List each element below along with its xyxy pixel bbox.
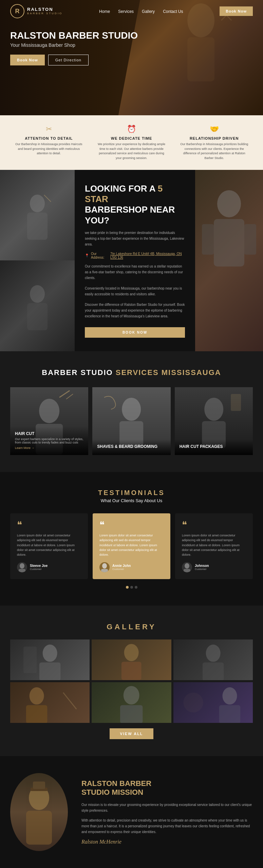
svg-point-5: [30, 285, 45, 303]
nav-gallery[interactable]: Gallery: [142, 9, 155, 14]
haircut-title: Hair Cut: [15, 431, 83, 436]
svg-rect-30: [121, 662, 142, 680]
about-content: LOOKING FOR A 5 STAR BARBERSHOP NEAR YOU…: [75, 170, 195, 351]
services-title: BARBER STUDIO SERVICES MISSISSAUGA: [10, 368, 253, 377]
nav-book-button[interactable]: Book Now: [220, 6, 253, 16]
svg-rect-9: [202, 224, 214, 255]
svg-rect-6: [27, 303, 48, 330]
nav-home[interactable]: Home: [99, 9, 110, 14]
testimonial-author-3: Johnson Customer: [182, 562, 246, 572]
author-info-1: Steeve Joe Customer: [30, 564, 48, 571]
author-role-3: Customer: [195, 568, 209, 571]
testimonials-sub: What Our Clients Say About Us: [10, 498, 253, 503]
svg-point-29: [124, 644, 139, 661]
author-name-1: Steeve Joe: [30, 564, 48, 568]
feature-attention: ✂ Attention to Detail Our Barbershop in …: [10, 125, 88, 160]
dot-3[interactable]: [135, 586, 137, 589]
gallery-item-6[interactable]: [173, 682, 253, 723]
service-card-shaves[interactable]: Shaves & Beard Grooming: [92, 387, 170, 455]
svg-point-20: [20, 563, 24, 569]
logo: R RALSTON BARBER STUDIO: [10, 4, 62, 18]
author-info-3: Johnson Customer: [195, 564, 209, 571]
author-role-2: Customer: [112, 568, 131, 571]
author-avatar-2: [99, 562, 110, 572]
testimonials-section: TESTIMONIALS What Our Clients Say About …: [0, 472, 263, 606]
about-para2: Conveniently located in Mississauga, our…: [85, 285, 185, 297]
author-name-2: Annie John: [112, 564, 131, 568]
author-role-1: Customer: [30, 568, 48, 571]
svg-line-4: [44, 195, 51, 202]
about-left-images: [0, 170, 75, 351]
svg-point-39: [183, 692, 203, 712]
about-right-image: [195, 170, 263, 351]
nav-services[interactable]: Services: [118, 9, 134, 14]
about-para1: Our commitment to excellence has earned …: [85, 263, 185, 281]
testimonial-author-1: Steeve Joe Customer: [17, 562, 81, 572]
gallery-view-all-button[interactable]: VIEW ALL: [110, 728, 153, 739]
gallery-item-2[interactable]: [92, 639, 171, 680]
hero-book-button[interactable]: Book Now: [10, 55, 45, 65]
quote-icon-1: ❝: [17, 520, 81, 530]
svg-rect-38: [219, 705, 240, 723]
svg-point-26: [43, 645, 57, 662]
mission-title-studio: STUDIO MISSION: [81, 788, 143, 796]
svg-point-11: [39, 399, 59, 423]
testimonial-card-1: ❝ Lorem ipsum dolor sit amet consectetur…: [10, 513, 88, 579]
hero-content: RALSTON BARBER STUDIO Your Mississauga B…: [10, 31, 138, 65]
dot-1[interactable]: [126, 586, 129, 589]
svg-rect-10: [244, 224, 256, 255]
svg-point-2: [30, 195, 45, 212]
hero-direction-button[interactable]: Get Direction: [48, 55, 89, 65]
about-para3: Discover the difference of Ralston Barbe…: [85, 302, 185, 319]
svg-rect-25: [184, 569, 190, 572]
service-card-haircut[interactable]: Hair Cut Our expert barbers specialize i…: [10, 387, 88, 455]
dot-2[interactable]: [130, 586, 133, 589]
about-book-button[interactable]: BOOK NOW: [85, 327, 185, 338]
gallery-item-1[interactable]: [10, 639, 90, 680]
svg-point-31: [206, 645, 220, 662]
about-address-link[interactable]: 7tn Lakeshore Rd E Unit# 4B, Mississauga…: [110, 252, 185, 259]
packages-title: Hair Cut Packages: [180, 444, 248, 449]
shaves-title: Shaves & Beard Grooming: [97, 444, 166, 449]
svg-rect-28: [23, 647, 37, 673]
testimonials-header: TESTIMONIALS What Our Clients Say About …: [10, 489, 253, 503]
location-icon: 📍: [85, 254, 89, 257]
svg-rect-43: [33, 782, 45, 789]
service-card-packages[interactable]: Hair Cut Packages: [175, 387, 253, 455]
testimonial-pagination: [10, 586, 253, 589]
about-address-label: Our Address:: [91, 252, 108, 259]
svg-line-14: [66, 394, 73, 399]
mission-para2: With attention to detail, precision and …: [81, 817, 253, 835]
mission-para1: Our mission is to elevate your grooming …: [81, 802, 253, 813]
about-section: LOOKING FOR A 5 STAR BARBERSHOP NEAR YOU…: [0, 170, 263, 351]
testimonial-text-3: Lorem ipsum dolor sit amet consectetur a…: [182, 533, 246, 557]
svg-line-13: [59, 391, 70, 397]
mission-image-wrap: [10, 773, 71, 851]
svg-rect-3: [27, 213, 48, 240]
haircut-desc: Our expert barbers specialize in a varie…: [15, 437, 83, 444]
gallery-item-3[interactable]: [173, 639, 253, 680]
barber-image-bottom: [0, 260, 75, 351]
logo-icon: R: [10, 4, 24, 18]
svg-rect-27: [39, 663, 60, 680]
author-avatar-3: [182, 562, 192, 572]
quote-icon-2: ❝: [99, 520, 164, 530]
gallery-item-4[interactable]: [10, 682, 90, 723]
mission-content: RALSTON BARBER STUDIO MISSION Our missio…: [81, 779, 253, 845]
svg-rect-41: [26, 811, 52, 845]
about-body: we take pride in being the premier desti…: [85, 230, 185, 247]
author-info-2: Annie John Customer: [112, 564, 131, 571]
feature-attention-desc: Our Barbershop in Mississauga provides H…: [14, 142, 84, 156]
svg-point-22: [102, 563, 107, 569]
navigation: R RALSTON BARBER STUDIO Home Services Ga…: [0, 0, 263, 22]
services-section: BARBER STUDIO SERVICES MISSISSAUGA Hair …: [0, 351, 263, 472]
haircut-learn-more[interactable]: Learn More →: [15, 446, 35, 450]
mission-section: RALSTON BARBER STUDIO MISSION Our missio…: [0, 756, 263, 868]
mission-title: RALSTON BARBER STUDIO MISSION: [81, 779, 253, 797]
nav-contact[interactable]: Contact Us: [163, 9, 183, 14]
nav-links: Home Services Gallery Contact Us: [99, 8, 183, 14]
gallery-item-5[interactable]: [92, 682, 171, 723]
feature-time-desc: We prioritize your experience by dedicat…: [96, 142, 167, 160]
feature-time-title: We Dedicate Time: [96, 136, 167, 140]
logo-initial: R: [15, 8, 20, 15]
